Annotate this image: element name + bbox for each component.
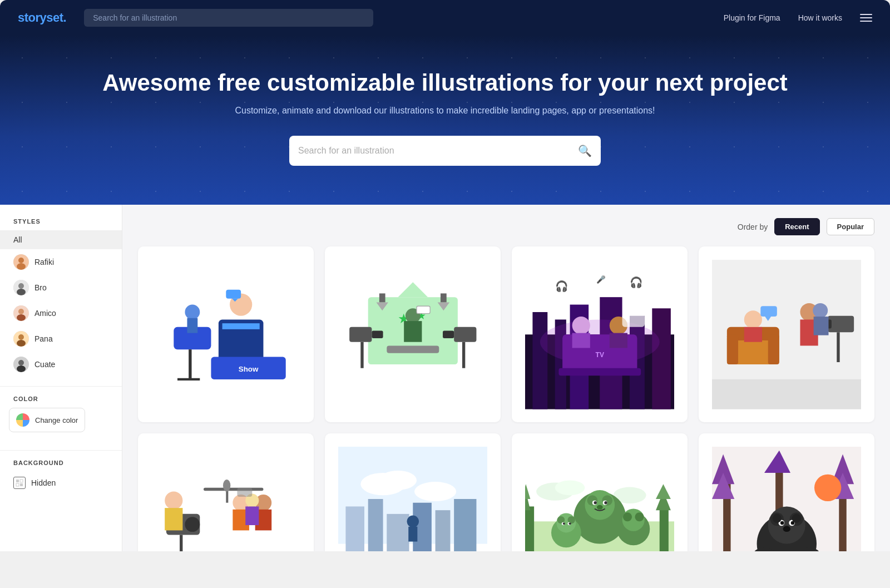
svg-rect-46: [379, 294, 385, 303]
illustration-card-6[interactable]: [325, 433, 501, 551]
hamburger-menu[interactable]: [860, 14, 872, 22]
sidebar-divider-1: [0, 386, 122, 387]
background-hidden-item[interactable]: Hidden: [0, 472, 122, 494]
hero-subtitle: Customize, animate and download our illu…: [18, 106, 872, 116]
svg-rect-103: [204, 488, 263, 491]
svg-point-1: [18, 258, 24, 263]
order-by-label: Order by: [738, 223, 768, 231]
sidebar-item-amico[interactable]: Amico: [0, 300, 122, 326]
svg-point-110: [379, 471, 417, 490]
sidebar-item-rafiki[interactable]: Rafiki: [0, 249, 122, 275]
svg-rect-76: [768, 334, 779, 364]
svg-rect-37: [349, 327, 372, 342]
sidebar-item-bro[interactable]: Bro: [0, 275, 122, 300]
svg-point-165: [814, 475, 841, 501]
search-icon[interactable]: 🔍: [578, 144, 592, 157]
svg-point-5: [17, 289, 26, 295]
svg-point-139: [594, 501, 596, 504]
svg-rect-78: [744, 327, 762, 342]
svg-point-140: [604, 501, 607, 504]
order-bar: Order by Recent Popular: [138, 218, 874, 235]
bro-label: Bro: [34, 283, 47, 292]
how-it-works-link[interactable]: How it works: [798, 13, 842, 22]
logo[interactable]: storyset.: [18, 11, 66, 25]
svg-point-13: [18, 360, 24, 365]
illustration-card-2[interactable]: ★ ★: [325, 246, 501, 422]
svg-rect-86: [760, 306, 777, 317]
svg-rect-40: [454, 327, 476, 342]
svg-point-141: [597, 505, 603, 510]
svg-point-148: [563, 522, 565, 525]
cuate-label: Cuate: [34, 360, 55, 369]
svg-rect-21: [189, 349, 191, 379]
hidden-bg-icon: [13, 477, 26, 489]
color-section: Change color: [0, 408, 122, 441]
svg-rect-88: [712, 379, 862, 409]
svg-rect-48: [441, 294, 447, 303]
main-layout: STYLES All Rafiki Bro Amico: [0, 205, 890, 551]
svg-point-14: [17, 365, 26, 372]
svg-rect-44: [404, 321, 422, 342]
svg-rect-39: [360, 342, 363, 368]
svg-rect-121: [408, 527, 417, 542]
navbar-right: Plugin for Figma How it works: [724, 13, 872, 22]
svg-text:🎧: 🎧: [555, 280, 568, 293]
svg-rect-41: [443, 331, 454, 338]
svg-rect-112: [345, 507, 364, 552]
order-popular-button[interactable]: Popular: [827, 218, 874, 235]
order-recent-button[interactable]: Recent: [774, 218, 819, 235]
svg-point-84: [813, 303, 828, 318]
navbar-search-input[interactable]: [84, 9, 373, 27]
hero-search-container: 🔍: [289, 136, 601, 166]
svg-rect-66: [609, 333, 627, 348]
color-wheel-icon: [16, 413, 29, 427]
svg-text:🎤: 🎤: [596, 275, 605, 284]
sidebar-divider-2: [0, 450, 122, 451]
svg-rect-81: [828, 316, 854, 333]
svg-rect-96: [165, 508, 182, 530]
svg-point-152: [623, 512, 632, 521]
svg-rect-45: [387, 346, 439, 353]
svg-point-176: [792, 514, 800, 523]
svg-point-63: [572, 317, 590, 334]
svg-point-172: [780, 521, 784, 525]
svg-point-30: [185, 305, 200, 320]
illustration-card-8[interactable]: [699, 433, 874, 551]
svg-rect-64: [572, 333, 590, 348]
change-color-label: Change color: [35, 416, 78, 424]
svg-point-111: [414, 482, 456, 501]
svg-rect-53: [532, 312, 547, 409]
svg-point-92: [185, 517, 200, 532]
logo-text: storyset.: [18, 11, 66, 25]
svg-rect-83: [837, 332, 839, 362]
change-color-button[interactable]: Change color: [9, 408, 85, 432]
sidebar-item-pana[interactable]: Pana: [0, 326, 122, 352]
svg-point-77: [744, 310, 762, 328]
background-section: Hidden: [0, 472, 122, 503]
pana-label: Pana: [34, 334, 53, 343]
navbar: storyset. Plugin for Figma How it works: [0, 0, 890, 36]
svg-point-149: [568, 522, 571, 525]
illustration-card-4[interactable]: [699, 246, 874, 422]
sidebar-item-cuate[interactable]: Cuate: [0, 352, 122, 377]
illustration-card-7[interactable]: [512, 433, 688, 551]
rafiki-label: Rafiki: [34, 258, 54, 266]
svg-rect-18: [20, 483, 23, 486]
color-section-title: COLOR: [0, 396, 122, 408]
background-hidden-label: Hidden: [31, 478, 56, 487]
sidebar-item-all[interactable]: All: [0, 230, 122, 249]
sidebar: STYLES All Rafiki Bro Amico: [0, 205, 122, 551]
illustration-card-5[interactable]: [138, 433, 314, 551]
svg-point-8: [17, 314, 26, 321]
hero-search-input[interactable]: [298, 136, 578, 166]
svg-rect-25: [222, 323, 259, 329]
svg-point-2: [17, 263, 26, 270]
cuate-avatar: [13, 357, 29, 372]
illustration-card-3[interactable]: TV 🎧 🎧 🎤: [512, 246, 688, 422]
content-area: Order by Recent Popular: [122, 205, 890, 551]
svg-rect-102: [245, 507, 259, 526]
illustration-card-1[interactable]: Show: [138, 246, 314, 422]
svg-point-7: [18, 309, 24, 314]
plugin-for-figma-link[interactable]: Plugin for Figma: [724, 13, 780, 22]
svg-rect-114: [387, 514, 409, 551]
